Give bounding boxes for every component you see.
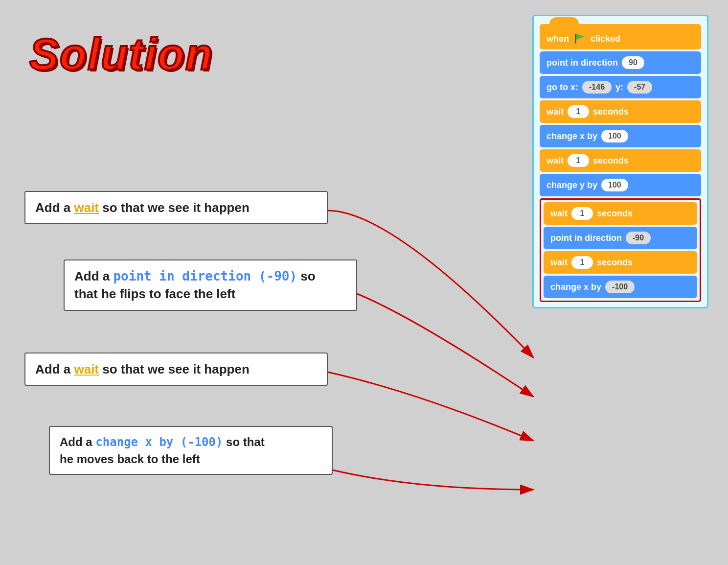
block-wait-2: wait 1 seconds xyxy=(540,149,701,172)
point-dir-neg90-value: -90 xyxy=(626,232,651,244)
annotation-point-direction: Add a point in direction (-90) sothat he… xyxy=(64,259,357,311)
go-to-x-value: -146 xyxy=(582,81,612,94)
wait-4-seconds: seconds xyxy=(597,258,633,268)
wait-1-label: wait xyxy=(546,107,564,117)
wait-4-value: 1 xyxy=(571,256,593,269)
point-dir-neg90-label: point in direction xyxy=(550,233,622,243)
change-y-100-label: change y by xyxy=(546,180,597,190)
change-x-neg100-value: -100 xyxy=(605,281,635,293)
change-y-100-value: 100 xyxy=(601,179,628,191)
svg-marker-2 xyxy=(576,34,585,40)
svg-rect-1 xyxy=(575,34,576,44)
point-dir-90-label: point in direction xyxy=(546,58,618,68)
annotation-wait-2: Add a wait so that we see it happen xyxy=(24,353,328,386)
block-wait-3: wait 1 seconds xyxy=(544,202,697,225)
change-x-100-label: change x by xyxy=(546,131,597,141)
go-to-label: go to x: xyxy=(546,82,578,93)
block-change-x-100: change x by 100 xyxy=(540,125,701,147)
clicked-label: clicked xyxy=(591,34,620,44)
block-point-dir-90: point in direction 90 xyxy=(540,51,701,74)
highlighted-section: wait 1 seconds point in direction -90 wa… xyxy=(540,198,701,302)
annotation-change-x: Add a change x by (-100) so thathe moves… xyxy=(49,426,333,475)
change-x-highlight: change x by (-100) xyxy=(95,435,223,449)
go-to-y-value: -57 xyxy=(627,81,652,94)
wait-2-value: 1 xyxy=(568,154,589,167)
wait-highlight-1: wait xyxy=(74,200,99,215)
block-point-dir-neg90: point in direction -90 xyxy=(544,227,697,249)
block-wait-4: wait 1 seconds xyxy=(544,251,697,274)
scratch-panel: when clicked point in direction 90 go to… xyxy=(532,15,708,308)
when-label: when xyxy=(546,34,569,44)
block-wait-1: wait 1 seconds xyxy=(540,100,701,123)
block-when-clicked: when clicked xyxy=(540,24,701,49)
wait-2-seconds: seconds xyxy=(593,156,629,166)
annotation-wait-1: Add a wait so that we see it happen xyxy=(24,191,328,224)
wait-2-label: wait xyxy=(546,156,564,166)
solution-title: Solution xyxy=(29,29,213,80)
block-change-x-neg100: change x by -100 xyxy=(544,276,697,298)
block-change-y-100: change y by 100 xyxy=(540,174,701,196)
block-go-to-xy: go to x: -146 y: -57 xyxy=(540,76,701,98)
wait-3-label: wait xyxy=(550,209,568,219)
point-direction-highlight: point in direction (-90) xyxy=(113,269,297,283)
wait-1-value: 1 xyxy=(568,105,589,118)
change-x-neg100-label: change x by xyxy=(550,282,601,292)
wait-highlight-2: wait xyxy=(74,362,99,377)
go-to-y-label: y: xyxy=(615,82,623,93)
wait-3-seconds: seconds xyxy=(597,209,633,219)
point-dir-90-value: 90 xyxy=(622,56,644,69)
flag-icon xyxy=(573,33,587,45)
wait-3-value: 1 xyxy=(571,207,593,220)
change-x-100-value: 100 xyxy=(601,130,628,142)
wait-1-seconds: seconds xyxy=(593,107,629,117)
wait-4-label: wait xyxy=(550,258,568,268)
